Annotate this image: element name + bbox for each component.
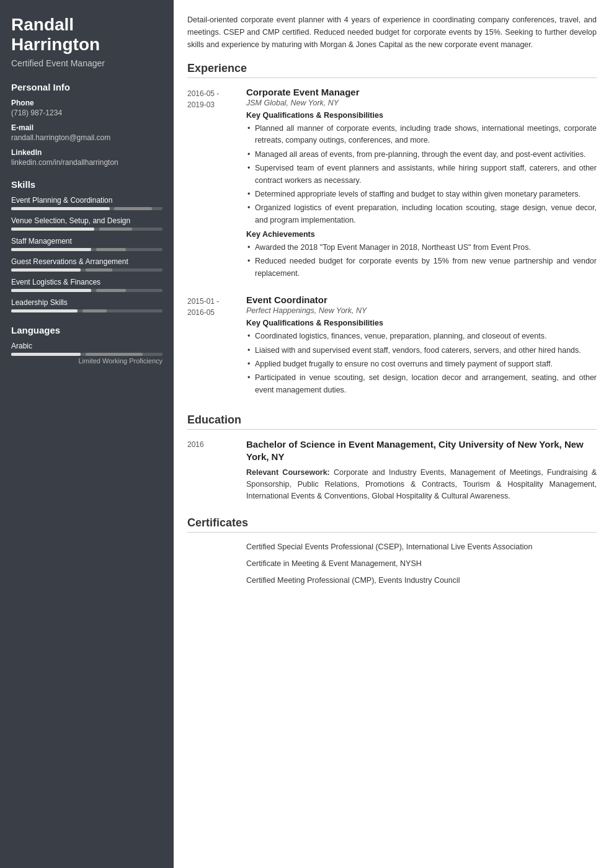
skill-item: Event Logistics & Finances xyxy=(11,278,162,292)
skill-bar xyxy=(11,309,162,312)
certificate-row: Certificate in Meeting & Event Managemen… xyxy=(187,558,597,570)
certificate-row: Certified Special Events Professional (C… xyxy=(187,541,597,553)
phone-value: (718) 987-1234 xyxy=(11,108,162,117)
language-level: Limited Working Proficiency xyxy=(11,357,162,365)
main-content: Detail-oriented corporate event planner … xyxy=(174,0,614,868)
skills-heading: Skills xyxy=(11,179,162,190)
skill-bar xyxy=(11,207,162,210)
coursework-label: Relevant Coursework: xyxy=(246,468,330,477)
edu-detail: Bachelor of Science in Event Management,… xyxy=(246,438,597,503)
experience-row: 2015-01 -2016-05 Event Coordinator Perfe… xyxy=(187,294,597,400)
language-name: Arabic xyxy=(11,342,162,350)
edu-title: Bachelor of Science in Event Management,… xyxy=(246,438,597,464)
name-line2: Harrington xyxy=(11,35,100,54)
certificate-row: Certified Meeting Professional (CMP), Ev… xyxy=(187,575,597,587)
experience-row: 2016-05 -2019-03 Corporate Event Manager… xyxy=(187,87,597,283)
certificates-section: Certificates Certified Special Events Pr… xyxy=(187,516,597,587)
bullet-item: Coordinated logistics, finances, venue, … xyxy=(246,330,597,342)
skill-name: Guest Reservations & Arrangement xyxy=(11,257,162,266)
job-title: Corporate Event Manager xyxy=(246,87,597,97)
bullets-list: Planned all manner of corporate events, … xyxy=(246,123,597,226)
phone-section: Phone (718) 987-1234 xyxy=(11,99,162,117)
sidebar: Randall Harrington Certified Event Manag… xyxy=(0,0,174,868)
experience-section: Experience 2016-05 -2019-03 Corporate Ev… xyxy=(187,62,597,400)
name-line1: Randall xyxy=(11,15,74,34)
bullet-item: Reduced needed budget for corporate even… xyxy=(246,255,597,280)
education-heading: Education xyxy=(187,414,597,430)
job-company: JSM Global, New York, NY xyxy=(246,99,597,107)
cert-date xyxy=(187,575,246,587)
skill-bar xyxy=(11,248,162,251)
experience-heading: Experience xyxy=(187,62,597,78)
job-company: Perfect Happenings, New York, NY xyxy=(246,306,597,315)
skill-name: Leadership Skills xyxy=(11,298,162,307)
subsection-title: Key Qualifications & Responsibilities xyxy=(246,319,597,327)
candidate-title: Certified Event Manager xyxy=(11,58,162,68)
bullets-list: Awarded the 2018 "Top Event Manager in 2… xyxy=(246,242,597,280)
skill-bar xyxy=(11,268,162,272)
bullet-item: Planned all manner of corporate events, … xyxy=(246,123,597,147)
language-item: Arabic Limited Working Proficiency xyxy=(11,342,162,365)
skill-name: Event Planning & Coordination xyxy=(11,196,162,205)
cert-text: Certified Special Events Professional (C… xyxy=(246,541,597,553)
bullet-item: Liaised with and supervised event staff,… xyxy=(246,345,597,356)
bullet-item: Participated in venue scouting, set desi… xyxy=(246,372,597,396)
resume-container: Randall Harrington Certified Event Manag… xyxy=(0,0,614,868)
cert-text: Certified Meeting Professional (CMP), Ev… xyxy=(246,575,597,587)
skill-item: Venue Selection, Setup, and Design xyxy=(11,216,162,231)
job-detail: Corporate Event Manager JSM Global, New … xyxy=(246,87,597,283)
skill-name: Venue Selection, Setup, and Design xyxy=(11,216,162,225)
education-row: 2016 Bachelor of Science in Event Manage… xyxy=(187,438,597,503)
candidate-name: Randall Harrington xyxy=(11,15,162,55)
email-section: E-mail randall.harrington@gmail.com xyxy=(11,123,162,142)
subsection-title: Key Qualifications & Responsibilities xyxy=(246,111,597,120)
email-label: E-mail xyxy=(11,123,162,132)
skill-item: Guest Reservations & Arrangement xyxy=(11,257,162,272)
skill-bar xyxy=(11,289,162,292)
experience-list: 2016-05 -2019-03 Corporate Event Manager… xyxy=(187,87,597,400)
education-list: 2016 Bachelor of Science in Event Manage… xyxy=(187,438,597,503)
skills-list: Event Planning & Coordination Venue Sele… xyxy=(11,196,162,312)
subsection-title: Key Achievements xyxy=(246,230,597,239)
cert-text: Certificate in Meeting & Event Managemen… xyxy=(246,558,597,570)
bullet-item: Awarded the 2018 "Top Event Manager in 2… xyxy=(246,242,597,254)
linkedin-label: LinkedIn xyxy=(11,148,162,157)
education-section: Education 2016 Bachelor of Science in Ev… xyxy=(187,414,597,503)
bullet-item: Supervised team of event planners and as… xyxy=(246,162,597,187)
linkedin-section: LinkedIn linkedin.com/in/randallharringt… xyxy=(11,148,162,167)
bullet-item: Managed all areas of events, from pre-pl… xyxy=(246,149,597,161)
languages-heading: Languages xyxy=(11,325,162,335)
edu-date: 2016 xyxy=(187,438,246,503)
skill-bar xyxy=(11,228,162,231)
personal-info-heading: Personal Info xyxy=(11,82,162,92)
certificates-heading: Certificates xyxy=(187,516,597,533)
certificates-list: Certified Special Events Professional (C… xyxy=(187,541,597,587)
cert-date xyxy=(187,558,246,570)
bullet-item: Determined appropriate levels of staffin… xyxy=(246,188,597,200)
cert-date xyxy=(187,541,246,553)
skill-item: Leadership Skills xyxy=(11,298,162,312)
skill-item: Event Planning & Coordination xyxy=(11,196,162,210)
skill-item: Staff Management xyxy=(11,237,162,251)
skill-name: Staff Management xyxy=(11,237,162,246)
bullet-item: Applied budget frugally to ensure no cos… xyxy=(246,358,597,370)
job-date: 2015-01 -2016-05 xyxy=(187,294,246,400)
phone-label: Phone xyxy=(11,99,162,107)
language-bar xyxy=(11,353,162,356)
linkedin-value: linkedin.com/in/randallharrington xyxy=(11,158,162,167)
languages-list: Arabic Limited Working Proficiency xyxy=(11,342,162,365)
bullets-list: Coordinated logistics, finances, venue, … xyxy=(246,330,597,396)
job-detail: Event Coordinator Perfect Happenings, Ne… xyxy=(246,294,597,400)
email-value: randall.harrington@gmail.com xyxy=(11,133,162,142)
bullet-item: Organized logistics of event preparation… xyxy=(246,202,597,226)
job-title: Event Coordinator xyxy=(246,294,597,305)
job-date: 2016-05 -2019-03 xyxy=(187,87,246,283)
edu-coursework: Relevant Coursework: Corporate and Indus… xyxy=(246,467,597,503)
skill-name: Event Logistics & Finances xyxy=(11,278,162,286)
summary-text: Detail-oriented corporate event planner … xyxy=(187,14,597,51)
